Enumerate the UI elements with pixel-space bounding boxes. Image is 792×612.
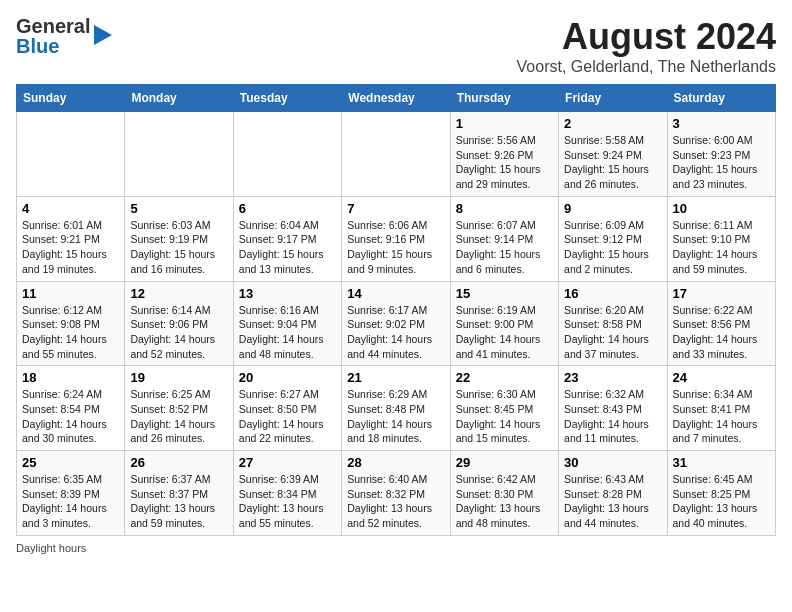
day-cell: 11Sunrise: 6:12 AM Sunset: 9:08 PM Dayli… (17, 281, 125, 366)
day-cell: 5Sunrise: 6:03 AM Sunset: 9:19 PM Daylig… (125, 196, 233, 281)
day-info: Sunrise: 6:25 AM Sunset: 8:52 PM Dayligh… (130, 387, 227, 446)
day-number: 22 (456, 370, 553, 385)
day-cell: 6Sunrise: 6:04 AM Sunset: 9:17 PM Daylig… (233, 196, 341, 281)
day-info: Sunrise: 6:30 AM Sunset: 8:45 PM Dayligh… (456, 387, 553, 446)
day-number: 15 (456, 286, 553, 301)
col-header-thursday: Thursday (450, 85, 558, 112)
day-number: 13 (239, 286, 336, 301)
day-cell: 18Sunrise: 6:24 AM Sunset: 8:54 PM Dayli… (17, 366, 125, 451)
day-info: Sunrise: 6:03 AM Sunset: 9:19 PM Dayligh… (130, 218, 227, 277)
day-cell: 25Sunrise: 6:35 AM Sunset: 8:39 PM Dayli… (17, 451, 125, 536)
day-number: 28 (347, 455, 444, 470)
day-info: Sunrise: 5:58 AM Sunset: 9:24 PM Dayligh… (564, 133, 661, 192)
week-row-4: 18Sunrise: 6:24 AM Sunset: 8:54 PM Dayli… (17, 366, 776, 451)
day-cell: 28Sunrise: 6:40 AM Sunset: 8:32 PM Dayli… (342, 451, 450, 536)
day-number: 12 (130, 286, 227, 301)
day-number: 5 (130, 201, 227, 216)
day-number: 8 (456, 201, 553, 216)
day-number: 19 (130, 370, 227, 385)
day-number: 18 (22, 370, 119, 385)
day-info: Sunrise: 6:04 AM Sunset: 9:17 PM Dayligh… (239, 218, 336, 277)
day-cell (17, 112, 125, 197)
week-row-5: 25Sunrise: 6:35 AM Sunset: 8:39 PM Dayli… (17, 451, 776, 536)
day-info: Sunrise: 6:32 AM Sunset: 8:43 PM Dayligh… (564, 387, 661, 446)
day-info: Sunrise: 6:16 AM Sunset: 9:04 PM Dayligh… (239, 303, 336, 362)
day-cell: 26Sunrise: 6:37 AM Sunset: 8:37 PM Dayli… (125, 451, 233, 536)
day-cell: 14Sunrise: 6:17 AM Sunset: 9:02 PM Dayli… (342, 281, 450, 366)
day-number: 24 (673, 370, 770, 385)
logo-arrow-icon (94, 25, 112, 45)
day-cell: 2Sunrise: 5:58 AM Sunset: 9:24 PM Daylig… (559, 112, 667, 197)
logo: General Blue (16, 16, 112, 56)
day-info: Sunrise: 6:06 AM Sunset: 9:16 PM Dayligh… (347, 218, 444, 277)
day-info: Sunrise: 6:07 AM Sunset: 9:14 PM Dayligh… (456, 218, 553, 277)
day-number: 25 (22, 455, 119, 470)
day-info: Sunrise: 6:34 AM Sunset: 8:41 PM Dayligh… (673, 387, 770, 446)
day-info: Sunrise: 6:01 AM Sunset: 9:21 PM Dayligh… (22, 218, 119, 277)
col-header-sunday: Sunday (17, 85, 125, 112)
day-cell: 31Sunrise: 6:45 AM Sunset: 8:25 PM Dayli… (667, 451, 775, 536)
day-info: Sunrise: 6:17 AM Sunset: 9:02 PM Dayligh… (347, 303, 444, 362)
day-number: 14 (347, 286, 444, 301)
day-number: 2 (564, 116, 661, 131)
day-cell: 4Sunrise: 6:01 AM Sunset: 9:21 PM Daylig… (17, 196, 125, 281)
header: General Blue August 2024 Voorst, Gelderl… (16, 16, 776, 76)
subtitle: Voorst, Gelderland, The Netherlands (517, 58, 776, 76)
day-cell: 10Sunrise: 6:11 AM Sunset: 9:10 PM Dayli… (667, 196, 775, 281)
day-number: 27 (239, 455, 336, 470)
day-cell: 20Sunrise: 6:27 AM Sunset: 8:50 PM Dayli… (233, 366, 341, 451)
day-info: Sunrise: 6:11 AM Sunset: 9:10 PM Dayligh… (673, 218, 770, 277)
col-header-monday: Monday (125, 85, 233, 112)
col-header-saturday: Saturday (667, 85, 775, 112)
title-block: August 2024 Voorst, Gelderland, The Neth… (517, 16, 776, 76)
day-info: Sunrise: 6:00 AM Sunset: 9:23 PM Dayligh… (673, 133, 770, 192)
col-header-friday: Friday (559, 85, 667, 112)
day-number: 9 (564, 201, 661, 216)
day-number: 11 (22, 286, 119, 301)
day-cell: 15Sunrise: 6:19 AM Sunset: 9:00 PM Dayli… (450, 281, 558, 366)
day-cell: 29Sunrise: 6:42 AM Sunset: 8:30 PM Dayli… (450, 451, 558, 536)
col-header-tuesday: Tuesday (233, 85, 341, 112)
day-cell (233, 112, 341, 197)
day-info: Sunrise: 6:42 AM Sunset: 8:30 PM Dayligh… (456, 472, 553, 531)
day-info: Sunrise: 6:37 AM Sunset: 8:37 PM Dayligh… (130, 472, 227, 531)
day-cell: 21Sunrise: 6:29 AM Sunset: 8:48 PM Dayli… (342, 366, 450, 451)
day-number: 23 (564, 370, 661, 385)
day-number: 31 (673, 455, 770, 470)
day-number: 30 (564, 455, 661, 470)
day-cell: 1Sunrise: 5:56 AM Sunset: 9:26 PM Daylig… (450, 112, 558, 197)
day-cell: 12Sunrise: 6:14 AM Sunset: 9:06 PM Dayli… (125, 281, 233, 366)
day-cell: 23Sunrise: 6:32 AM Sunset: 8:43 PM Dayli… (559, 366, 667, 451)
day-number: 10 (673, 201, 770, 216)
day-info: Sunrise: 6:19 AM Sunset: 9:00 PM Dayligh… (456, 303, 553, 362)
day-cell: 22Sunrise: 6:30 AM Sunset: 8:45 PM Dayli… (450, 366, 558, 451)
day-cell: 17Sunrise: 6:22 AM Sunset: 8:56 PM Dayli… (667, 281, 775, 366)
day-cell: 3Sunrise: 6:00 AM Sunset: 9:23 PM Daylig… (667, 112, 775, 197)
day-info: Sunrise: 6:29 AM Sunset: 8:48 PM Dayligh… (347, 387, 444, 446)
day-number: 21 (347, 370, 444, 385)
day-info: Sunrise: 6:45 AM Sunset: 8:25 PM Dayligh… (673, 472, 770, 531)
main-title: August 2024 (517, 16, 776, 58)
day-info: Sunrise: 6:39 AM Sunset: 8:34 PM Dayligh… (239, 472, 336, 531)
day-number: 3 (673, 116, 770, 131)
day-info: Sunrise: 6:35 AM Sunset: 8:39 PM Dayligh… (22, 472, 119, 531)
day-cell: 27Sunrise: 6:39 AM Sunset: 8:34 PM Dayli… (233, 451, 341, 536)
day-info: Sunrise: 6:27 AM Sunset: 8:50 PM Dayligh… (239, 387, 336, 446)
day-info: Sunrise: 5:56 AM Sunset: 9:26 PM Dayligh… (456, 133, 553, 192)
day-cell: 13Sunrise: 6:16 AM Sunset: 9:04 PM Dayli… (233, 281, 341, 366)
day-cell: 8Sunrise: 6:07 AM Sunset: 9:14 PM Daylig… (450, 196, 558, 281)
day-number: 26 (130, 455, 227, 470)
logo-blue: Blue (16, 36, 90, 56)
calendar-table: SundayMondayTuesdayWednesdayThursdayFrid… (16, 84, 776, 536)
calendar-header-row: SundayMondayTuesdayWednesdayThursdayFrid… (17, 85, 776, 112)
day-cell: 7Sunrise: 6:06 AM Sunset: 9:16 PM Daylig… (342, 196, 450, 281)
logo-general: General (16, 16, 90, 36)
col-header-wednesday: Wednesday (342, 85, 450, 112)
day-number: 4 (22, 201, 119, 216)
day-number: 1 (456, 116, 553, 131)
day-number: 20 (239, 370, 336, 385)
day-info: Sunrise: 6:09 AM Sunset: 9:12 PM Dayligh… (564, 218, 661, 277)
day-cell: 16Sunrise: 6:20 AM Sunset: 8:58 PM Dayli… (559, 281, 667, 366)
day-info: Sunrise: 6:14 AM Sunset: 9:06 PM Dayligh… (130, 303, 227, 362)
week-row-2: 4Sunrise: 6:01 AM Sunset: 9:21 PM Daylig… (17, 196, 776, 281)
